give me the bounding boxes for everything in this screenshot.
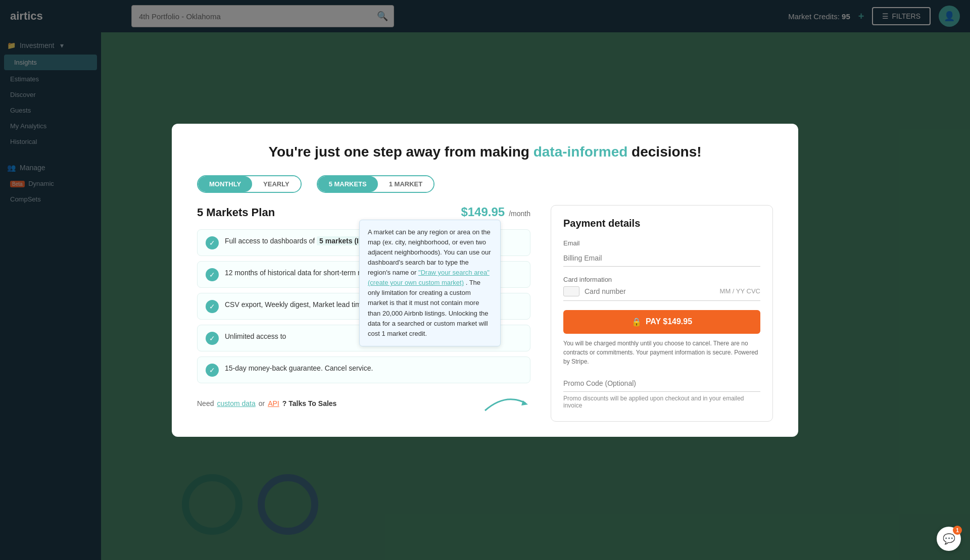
yearly-toggle[interactable]: YEARLY [252, 176, 301, 192]
check-icon-3: ✓ [206, 300, 219, 313]
card-label: Card information [563, 276, 760, 283]
pay-button[interactable]: 🔒 PAY $149.95 [563, 310, 760, 334]
feature-item-1: ✓ Full access to dashboards of 5 markets… [197, 229, 530, 256]
custom-data-link[interactable]: custom data [217, 399, 255, 408]
market-tooltip: A market can be any region or area on th… [359, 220, 501, 347]
arrow-decoration [480, 390, 530, 417]
lock-icon: 🔒 [632, 317, 642, 327]
card-row: MM / YY CVC [563, 286, 760, 301]
card-number-input[interactable] [585, 287, 715, 295]
markets-toggle: 5 MARKETS 1 MARKET [317, 175, 435, 193]
modal-backdrop: You're just one step away from making da… [0, 0, 970, 560]
feature-text-2: 12 months of historical data for short-t… [225, 268, 381, 278]
email-input[interactable] [563, 250, 760, 267]
payment-title: Payment details [563, 218, 760, 229]
toggles-row: MONTHLY YEARLY 5 MARKETS 1 MARKET [197, 175, 773, 193]
promo-input[interactable] [563, 375, 760, 392]
modal-right: Payment details Email Card information M… [551, 205, 773, 422]
chat-bubble[interactable]: 💬 1 [937, 527, 961, 551]
check-icon-2: ✓ [206, 268, 219, 281]
sales-row: Need custom data or API ? Talks To Sales [197, 390, 530, 417]
feature-text-4: Unlimited access to [225, 331, 286, 342]
modal-left: 5 Markets Plan $149.95 /month ✓ Full acc… [197, 205, 530, 422]
upgrade-modal: You're just one step away from making da… [172, 124, 798, 437]
email-label: Email [563, 239, 760, 247]
or-label: or [259, 399, 265, 408]
5markets-toggle[interactable]: 5 MARKETS [318, 176, 378, 192]
payment-panel: Payment details Email Card information M… [551, 205, 773, 422]
billing-period-toggle: MONTHLY YEARLY [197, 175, 302, 193]
api-link[interactable]: API [268, 399, 279, 408]
check-icon-4: ✓ [206, 332, 219, 345]
plan-period: /month [509, 210, 530, 218]
check-icon-5: ✓ [206, 364, 219, 377]
1market-toggle[interactable]: 1 MARKET [378, 176, 433, 192]
monthly-toggle[interactable]: MONTHLY [198, 176, 252, 192]
feature-item-5: ✓ 15-day money-back guarantee. Cancel se… [197, 357, 530, 383]
card-icon [563, 286, 579, 296]
plan-header: 5 Markets Plan $149.95 /month [197, 205, 530, 219]
plan-price: $149.95 [461, 205, 505, 219]
chat-badge: 1 [953, 526, 962, 535]
pay-note: You will be charged monthly until you ch… [563, 339, 760, 366]
card-meta: MM / YY CVC [720, 287, 760, 295]
modal-body: 5 Markets Plan $149.95 /month ✓ Full acc… [197, 205, 773, 422]
chat-icon: 💬 [943, 533, 955, 545]
promo-note: Promo discounts will be applied upon che… [563, 395, 760, 409]
feature-text-5: 15-day money-back guarantee. Cancel serv… [225, 363, 373, 374]
modal-title: You're just one step away from making da… [197, 144, 773, 160]
talks-to-sales[interactable]: ? Talks To Sales [282, 399, 337, 408]
check-icon-1: ✓ [206, 236, 219, 249]
tooltip-text-after: . The only limitation for creating a cus… [368, 279, 489, 337]
plan-name: 5 Markets Plan [197, 206, 275, 219]
need-label: Need [197, 399, 214, 408]
